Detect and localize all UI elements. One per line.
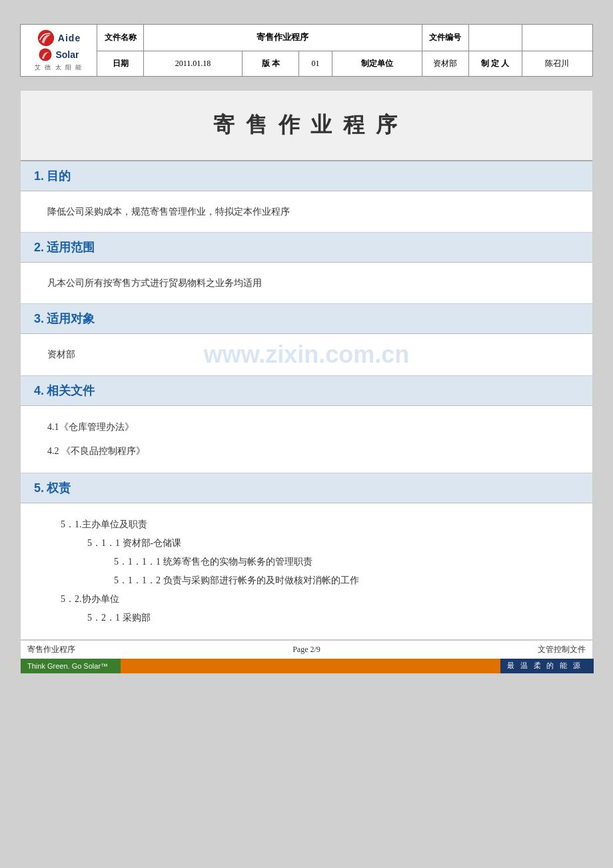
section-4-body: 4.1《仓库管理办法》 4.2 《不良品控制程序》 — [21, 406, 592, 473]
section-5-sub-5: 5．2．1 采购部 — [87, 609, 566, 627]
logo: Aide Solar 艾 德 太 阳 能 — [25, 29, 93, 72]
section-3-body: www.zixin.com.cn 资材部 — [21, 334, 592, 375]
section-1-body: 降低公司采购成本，规范寄售管理作业，特拟定本作业程序 — [21, 191, 592, 232]
section-5-sub-2: 5．1．1．1 统筹寄售仓的实物与帐务的管理职责 — [114, 553, 566, 571]
footer-left: 寄售作业程序 — [27, 644, 75, 655]
section-4: 4. 相关文件 4.1《仓库管理办法》 4.2 《不良品控制程序》 — [21, 376, 592, 473]
creator-label: 制 定 人 — [468, 51, 522, 76]
section-5-sub-3: 5．1．1．2 负责与采购部进行帐务的及时做核对消帐的工作 — [114, 571, 566, 590]
section-1: 1. 目的 降低公司采购成本，规范寄售管理作业，特拟定本作业程序 — [21, 161, 592, 233]
section-4-title: 相关文件 — [47, 384, 95, 397]
section-3-title: 适用对象 — [47, 312, 95, 325]
section-5-sub-0: 5．1.主办单位及职责 — [61, 515, 566, 534]
footer-green-band: Think Green. Go Solar™ — [21, 659, 121, 673]
section-4-item-2: 4.2 《不良品控制程序》 — [47, 442, 566, 461]
file-number-value — [468, 25, 522, 51]
section-5-body: 5．1.主办单位及职责 5．1．1 资材部-仓储课 5．1．1．1 统筹寄售仓的… — [21, 503, 592, 639]
date-label: 日期 — [97, 51, 144, 76]
section-5-sub-1: 5．1．1 资材部-仓储课 — [87, 534, 566, 553]
version-label: 版 本 — [242, 51, 299, 76]
logo-solar-text: Solar — [55, 49, 79, 60]
section-2-number: 2. — [34, 241, 44, 254]
logo-icon-2 — [38, 47, 53, 62]
section-3-header: 3. 适用对象 — [21, 304, 592, 334]
dept-value: 资材部 — [422, 51, 468, 76]
section-2-title: 适用范围 — [47, 241, 95, 254]
footer-slogan: Think Green. Go Solar™ — [27, 662, 108, 670]
footer-tagline: 最 温 柔 的 能 源 — [507, 661, 582, 671]
section-1-header: 1. 目的 — [21, 161, 592, 191]
section-5-sub-4: 5．2.协办单位 — [61, 590, 566, 609]
document-title: 寄 售 作 业 程 序 — [213, 113, 400, 137]
section-2: 2. 适用范围 凡本公司所有按寄售方式进行贸易物料之业务均适用 — [21, 233, 592, 304]
footer-orange-band — [121, 659, 500, 673]
file-number-label: 文件编号 — [422, 25, 468, 51]
document-container: 寄 售 作 业 程 序 1. 目的 降低公司采购成本，规范寄售管理作业，特拟定本… — [20, 90, 593, 674]
document-footer: 寄售作业程序 Page 2/9 文管控制文件 — [21, 640, 592, 659]
section-2-body: 凡本公司所有按寄售方式进行贸易物料之业务均适用 — [21, 263, 592, 303]
title-section: 寄 售 作 业 程 序 — [21, 91, 592, 161]
section-5-number: 5. — [34, 481, 44, 495]
section-1-title: 目的 — [47, 169, 71, 183]
section-3-content: 资材部 — [47, 346, 566, 363]
version-value: 01 — [299, 51, 332, 76]
section-3-number: 3. — [34, 312, 44, 325]
footer-right: 文管控制文件 — [538, 644, 586, 655]
logo-text: Aide — [58, 33, 81, 43]
section-5: 5. 权责 5．1.主办单位及职责 5．1．1 资材部-仓储课 5．1．1．1 … — [21, 473, 592, 640]
section-1-number: 1. — [34, 169, 44, 183]
section-1-content: 降低公司采购成本，规范寄售管理作业，特拟定本作业程序 — [47, 203, 566, 220]
footer-center: Page 2/9 — [293, 645, 320, 655]
section-2-header: 2. 适用范围 — [21, 233, 592, 263]
logo-icon — [37, 29, 55, 47]
creator-value: 陈召川 — [522, 51, 592, 76]
section-2-content: 凡本公司所有按寄售方式进行贸易物料之业务均适用 — [47, 275, 566, 291]
footer-bottom-bar: Think Green. Go Solar™ 最 温 柔 的 能 源 — [21, 659, 594, 673]
date-value: 2011.01.18 — [144, 51, 243, 76]
section-4-item-1: 4.1《仓库管理办法》 — [47, 418, 566, 437]
footer-right-band: 最 温 柔 的 能 源 — [500, 659, 594, 673]
section-5-title: 权责 — [47, 481, 71, 495]
section-5-header: 5. 权责 — [21, 473, 592, 503]
file-name-label: 文件名称 — [97, 25, 144, 51]
file-name-value: 寄售作业程序 — [144, 25, 422, 51]
logo-chinese: 艾 德 太 阳 能 — [35, 63, 83, 72]
dept-label: 制定单位 — [332, 51, 422, 76]
section-3: 3. 适用对象 www.zixin.com.cn 资材部 — [21, 304, 592, 375]
section-4-number: 4. — [34, 384, 44, 397]
section-4-header: 4. 相关文件 — [21, 376, 592, 406]
